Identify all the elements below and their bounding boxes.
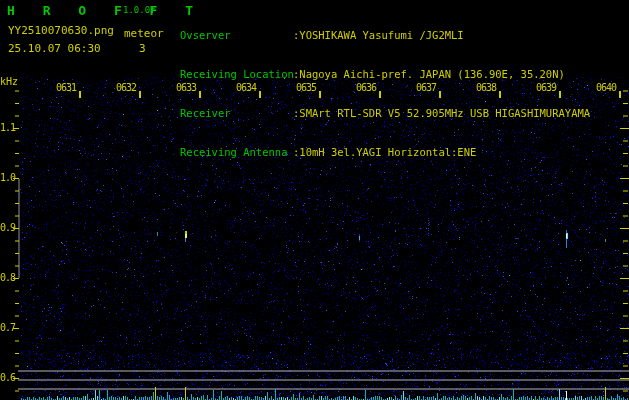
info-row-location: Receiving Location:Nagoya Aichi-pref. JA… xyxy=(180,68,590,81)
observation-datetime: 25.10.07 06:30 xyxy=(8,42,101,55)
time-tick-label: 0631 xyxy=(53,82,79,93)
info-value: :10mH 3el.YAGI Horizontal:ENE xyxy=(293,146,476,159)
time-tick-label: 0639 xyxy=(533,82,559,93)
freq-tick-label: 1.0 xyxy=(0,172,13,183)
info-row-antenna: Receiving Antenna:10mH 3el.YAGI Horizont… xyxy=(180,146,590,159)
info-row-observer: Ovserver:YOSHIKAWA Yasufumi /JG2MLI xyxy=(180,29,590,42)
info-value: :Nagoya Aichi-pref. JAPAN (136.90E, 35.2… xyxy=(293,68,565,81)
time-tick-label: 0637 xyxy=(413,82,439,93)
freq-axis-unit-label: kHz xyxy=(0,76,18,87)
observer-info-block: Ovserver:YOSHIKAWA Yasufumi /JG2MLI Rece… xyxy=(180,3,590,185)
time-tick-label: 0640 xyxy=(593,82,619,93)
info-label: Receiving Location xyxy=(180,68,293,81)
time-tick-label: 0632 xyxy=(113,82,139,93)
info-row-receiver: Receiver:SMArt RTL-SDR V5 52.905MHz USB … xyxy=(180,107,590,120)
app-title: H R O F F T xyxy=(7,3,203,18)
freq-tick-label: 1.1 xyxy=(0,122,13,133)
version-label: 1.0.0f xyxy=(123,5,156,15)
time-tick-label: 0634 xyxy=(233,82,259,93)
time-tick-label: 0636 xyxy=(353,82,379,93)
freq-tick-label: 0.6 xyxy=(0,372,13,383)
time-tick-label: 0638 xyxy=(473,82,499,93)
meteor-count: 3 xyxy=(139,42,146,55)
mode-label: meteor xyxy=(124,27,164,40)
info-label: Ovserver xyxy=(180,29,293,42)
info-label: Receiver xyxy=(180,107,293,120)
freq-tick-label: 0.8 xyxy=(0,272,13,283)
info-label: Receiving Antenna xyxy=(180,146,293,159)
output-filename: YY2510070630.png xyxy=(8,24,114,37)
freq-tick-label: 0.7 xyxy=(0,322,13,333)
time-tick-label: 0635 xyxy=(293,82,319,93)
freq-tick-label: 0.9 xyxy=(0,222,13,233)
hrofft-screen: H R O F F T 1.0.0f YY2510070630.png mete… xyxy=(0,0,629,400)
info-value: :SMArt RTL-SDR V5 52.905MHz USB HIGASHIM… xyxy=(293,107,590,120)
time-tick-label: 0633 xyxy=(173,82,199,93)
info-value: :YOSHIKAWA Yasufumi /JG2MLI xyxy=(293,29,464,42)
